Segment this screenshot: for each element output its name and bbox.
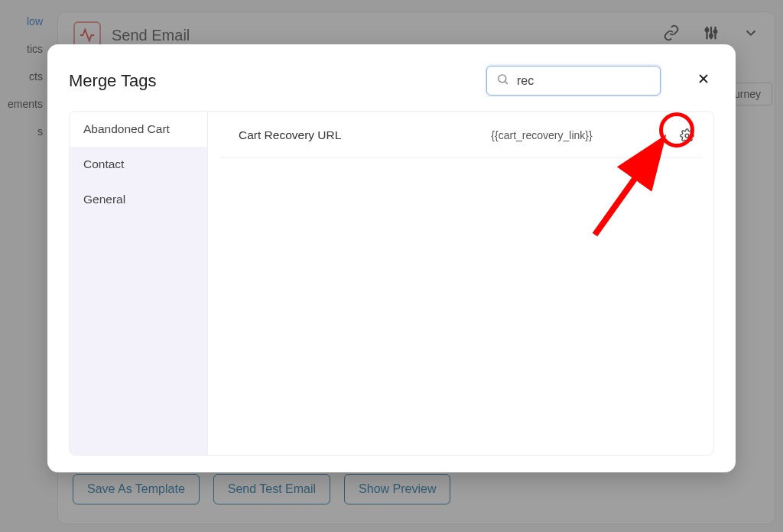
modal-content: Cart Recovery URL {{cart_recovery_link}} [208, 112, 713, 455]
row-label: Cart Recovery URL [239, 128, 407, 142]
row-tag-value: {{cart_recovery_link}} [407, 129, 677, 141]
search-input-wrap[interactable] [486, 66, 661, 96]
modal-title: Merge Tags [69, 71, 157, 91]
search-input[interactable] [517, 74, 651, 88]
merge-tags-modal: Merge Tags Abandoned Cart Contact Genera… [47, 44, 736, 472]
svg-line-7 [505, 82, 508, 84]
side-tabs: Abandoned Cart Contact General [70, 112, 208, 455]
tab-contact[interactable]: Contact [70, 147, 207, 182]
modal-header: Merge Tags [69, 66, 714, 96]
close-button[interactable] [693, 68, 714, 94]
svg-point-10 [685, 134, 689, 138]
merge-tag-row[interactable]: Cart Recovery URL {{cart_recovery_link}} [220, 112, 701, 158]
tab-abandoned-cart[interactable]: Abandoned Cart [70, 112, 207, 147]
tab-general[interactable]: General [70, 182, 207, 217]
svg-point-6 [499, 75, 506, 83]
gear-icon[interactable] [677, 125, 697, 145]
search-icon [496, 73, 509, 89]
modal-body: Abandoned Cart Contact General Cart Reco… [69, 111, 714, 456]
